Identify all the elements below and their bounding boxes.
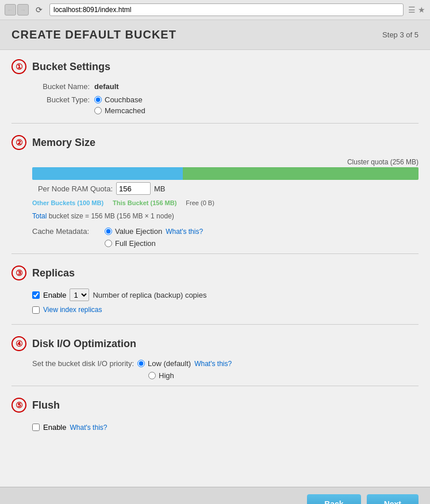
bucket-type-row: Bucket Type: Couchbase — [32, 95, 419, 104]
section-replicas: ③ Replicas Enable 1 2 3 Number of replic… — [11, 256, 419, 325]
per-node-label: Per Node RAM Quota: — [32, 184, 113, 193]
section-title-3: Replicas — [32, 267, 75, 279]
view-index-replicas-checkbox[interactable] — [32, 306, 40, 314]
section-title-4: Disk I/O Optimization — [32, 338, 136, 350]
disk-io-header: ④ Disk I/O Optimization — [11, 336, 419, 351]
full-ejection-row: Full Ejection — [105, 239, 419, 248]
footer: Back Next — [0, 487, 430, 504]
flush-whats-this-link[interactable]: What's this? — [70, 424, 107, 432]
forward-nav-button[interactable]: → — [17, 4, 29, 16]
legend-other-buckets: Other Buckets (100 MB) — [32, 199, 103, 206]
total-size-text: Total bucket size = 156 MB (156 MB × 1 n… — [32, 211, 419, 221]
section-number-5: ⑤ — [11, 398, 26, 413]
section-flush: ⑤ Flush Enable What's this? — [11, 388, 419, 442]
value-ejection-radio[interactable] — [105, 228, 112, 235]
browser-chrome: ← → ⟳ ☰ ★ — [0, 0, 430, 20]
replicas-content: Enable 1 2 3 Number of replica (backup) … — [11, 288, 419, 314]
back-button[interactable]: Back — [307, 494, 360, 504]
bucket-name-value: default — [94, 82, 119, 91]
low-priority-radio-label[interactable]: Low (default) — [137, 359, 191, 368]
back-nav-button[interactable]: ← — [5, 4, 16, 16]
bucket-name-label: Bucket Name: — [32, 82, 90, 91]
full-ejection-radio[interactable] — [105, 240, 112, 247]
low-priority-label: Low (default) — [148, 359, 191, 368]
view-index-replicas-label[interactable]: View index replicas — [43, 306, 102, 314]
io-priority-label: Set the bucket disk I/O priority: — [32, 359, 134, 368]
legend-this-bucket: This Bucket (156 MB) — [113, 199, 176, 206]
value-ejection-label: Value Ejection — [115, 227, 162, 236]
cache-metadata-row: Cache Metadata: Value Ejection What's th… — [32, 227, 419, 236]
next-button[interactable]: Next — [367, 494, 419, 504]
bar-other-buckets — [32, 167, 183, 180]
io-priority-row: Set the bucket disk I/O priority: Low (d… — [32, 359, 419, 368]
cache-whats-this-link[interactable]: What's this? — [166, 228, 203, 236]
memory-size-header: ② Memory Size — [11, 135, 419, 150]
total-label: Total — [32, 212, 47, 220]
couchbase-radio-label[interactable]: Couchbase — [94, 95, 143, 104]
value-ejection-radio-label[interactable]: Value Ejection — [105, 227, 162, 236]
disk-io-content: Set the bucket disk I/O priority: Low (d… — [11, 359, 419, 380]
section-disk-io: ④ Disk I/O Optimization Set the bucket d… — [11, 327, 419, 386]
bar-legend: Other Buckets (100 MB) This Bucket (156 … — [32, 199, 419, 206]
step-indicator: Step 3 of 5 — [382, 30, 419, 39]
section-number-1: ① — [11, 59, 26, 74]
page-header: CREATE DEFAULT BUCKET Step 3 of 5 — [0, 20, 430, 50]
page-title: CREATE DEFAULT BUCKET — [11, 28, 176, 41]
per-node-unit: MB — [154, 184, 166, 193]
memcached-row: Memcached — [94, 106, 419, 115]
legend-free: Free (0 B) — [186, 199, 214, 206]
high-priority-label: High — [159, 371, 174, 380]
content-area: ① Bucket Settings Bucket Name: default B… — [0, 50, 430, 487]
bar-this-bucket — [183, 167, 419, 180]
high-priority-radio[interactable] — [148, 372, 156, 379]
cluster-quota-label: Cluster quota (256 MB) — [32, 158, 419, 166]
memory-size-content: Cluster quota (256 MB) Per Node RAM Quot… — [11, 158, 419, 248]
enable-replicas-row: Enable 1 2 3 Number of replica (backup) … — [32, 288, 419, 301]
section-number-3: ③ — [11, 266, 26, 280]
memcached-radio-label[interactable]: Memcached — [94, 106, 419, 115]
high-priority-radio-label[interactable]: High — [148, 371, 419, 380]
full-ejection-label: Full Ejection — [115, 239, 156, 248]
replica-count-select[interactable]: 1 2 3 — [70, 288, 89, 301]
section-title-5: Flush — [32, 399, 60, 411]
couchbase-radio[interactable] — [94, 96, 102, 103]
section-title-1: Bucket Settings — [32, 61, 110, 73]
bucket-settings-content: Bucket Name: default Bucket Type: Couchb… — [11, 82, 419, 115]
flush-content: Enable What's this? — [11, 421, 419, 432]
flush-enable-label: Enable — [43, 423, 66, 432]
low-priority-radio[interactable] — [137, 360, 145, 367]
per-node-input[interactable] — [116, 182, 151, 195]
memcached-radio[interactable] — [94, 107, 102, 114]
browser-icons: ☰ ★ — [408, 5, 425, 14]
per-node-row: Per Node RAM Quota: MB — [32, 182, 419, 195]
section-number-2: ② — [11, 135, 26, 150]
star-icon: ★ — [418, 5, 425, 14]
enable-replicas-checkbox[interactable] — [32, 291, 40, 299]
refresh-button[interactable]: ⟳ — [33, 4, 45, 16]
disk-io-whats-this-link[interactable]: What's this? — [194, 360, 232, 368]
replicas-header: ③ Replicas — [11, 266, 419, 280]
section-title-2: Memory Size — [32, 137, 95, 149]
flush-header: ⑤ Flush — [11, 398, 419, 413]
address-bar[interactable] — [49, 3, 404, 16]
memory-bar — [32, 167, 419, 180]
bucket-name-row: Bucket Name: default — [32, 82, 419, 91]
enable-replicas-label: Enable — [43, 291, 66, 299]
view-index-replicas-row: View index replicas — [32, 306, 419, 314]
cache-metadata-label: Cache Metadata: — [32, 227, 101, 236]
section-memory-size: ② Memory Size Cluster quota (256 MB) Per… — [11, 126, 419, 254]
high-priority-row: High — [148, 371, 419, 380]
full-ejection-radio-label[interactable]: Full Ejection — [105, 239, 419, 248]
bookmark-list-icon: ☰ — [408, 5, 416, 14]
flush-enable-checkbox[interactable] — [32, 424, 40, 431]
couchbase-label: Couchbase — [105, 95, 143, 104]
section-bucket-settings: ① Bucket Settings Bucket Name: default B… — [11, 50, 419, 124]
flush-enable-row: Enable What's this? — [32, 423, 419, 432]
bucket-settings-header: ① Bucket Settings — [11, 59, 419, 74]
section-number-4: ④ — [11, 336, 26, 351]
replica-desc: Number of replica (backup) copies — [93, 291, 206, 299]
bucket-type-label: Bucket Type: — [32, 95, 90, 104]
memcached-label: Memcached — [105, 106, 145, 115]
